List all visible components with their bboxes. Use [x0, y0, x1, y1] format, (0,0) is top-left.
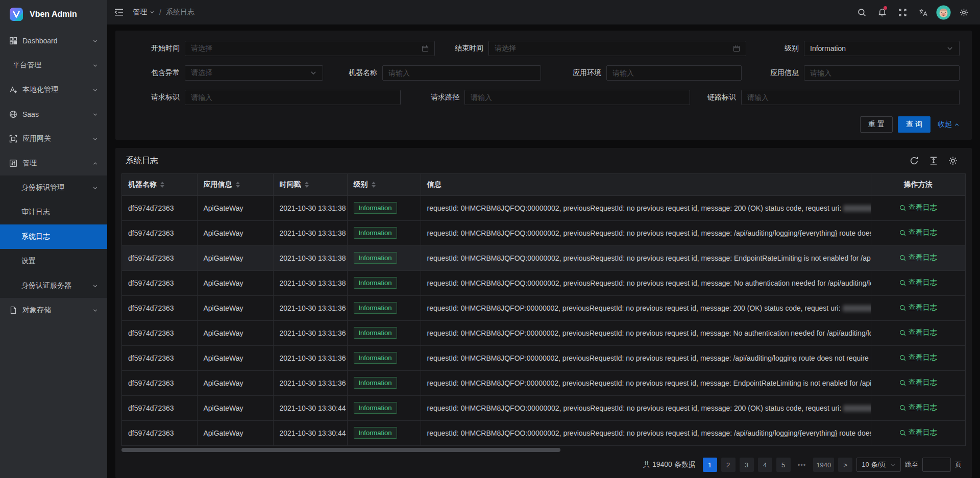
view-log-link[interactable]: 查看日志 — [899, 403, 937, 412]
trace-id-input[interactable] — [747, 93, 953, 102]
table-row[interactable]: df5974d72363ApiGateWay2021-10-30 13:31:3… — [122, 320, 965, 345]
view-log-link[interactable]: 查看日志 — [899, 203, 937, 212]
table-row[interactable]: df5974d72363ApiGateWay2021-10-30 13:31:3… — [122, 295, 965, 320]
filter-row: 请求标识请求路径链路标识 — [128, 90, 960, 105]
pagination-page-1[interactable]: 1 — [703, 458, 717, 472]
table-row[interactable]: df5974d72363ApiGateWay2021-10-30 13:31:3… — [122, 195, 965, 220]
table-row[interactable]: df5974d72363ApiGateWay2021-10-30 13:31:3… — [122, 220, 965, 245]
cell-action: 查看日志 — [871, 320, 965, 345]
jump-to-input[interactable] — [922, 458, 951, 472]
cell-machine: df5974d72363 — [122, 370, 197, 395]
level-select[interactable]: Information — [804, 41, 960, 56]
pagination-page-1940[interactable]: 1940 — [813, 458, 834, 472]
table-row[interactable]: df5974d72363ApiGateWay2021-10-30 13:31:3… — [122, 270, 965, 295]
machine-input[interactable] — [388, 69, 535, 77]
appinfo-input[interactable] — [810, 69, 953, 77]
machine-input[interactable] — [382, 65, 541, 81]
column-header-machine[interactable]: 机器名称 — [122, 174, 197, 195]
trace-id-input[interactable] — [741, 90, 960, 105]
sidebar-item-saas[interactable]: Saas — [0, 102, 107, 127]
sidebar-item-dashboard[interactable]: Dashboard — [0, 29, 107, 53]
redacted-blur — [843, 305, 871, 312]
cell-time: 2021-10-30 13:31:36 — [273, 370, 347, 395]
pagination-page-5[interactable]: 5 — [776, 458, 791, 472]
view-log-link[interactable]: 查看日志 — [899, 378, 937, 387]
request-id-input[interactable] — [185, 90, 401, 105]
env-input[interactable] — [606, 65, 742, 81]
sidebar-item-management[interactable]: 管理 — [0, 151, 107, 175]
sort-icon — [160, 182, 164, 188]
table-row[interactable]: df5974d72363ApiGateWay2021-10-30 13:31:3… — [122, 245, 965, 270]
env-input[interactable] — [612, 69, 736, 77]
table-row[interactable]: df5974d72363ApiGateWay2021-10-30 13:31:3… — [122, 345, 965, 370]
request-path-input[interactable] — [471, 93, 684, 102]
view-log-link[interactable]: 查看日志 — [899, 303, 937, 312]
cell-message: requestId: 0HMCRBM8JQFOQ:00000002, previ… — [421, 270, 871, 295]
cell-machine: df5974d72363 — [122, 295, 197, 320]
menu-fold-icon[interactable] — [114, 8, 124, 16]
view-log-link[interactable]: 查看日志 — [899, 278, 937, 287]
sidebar-item-auth-server[interactable]: 身份认证服务器 — [0, 273, 107, 298]
magnifier-icon — [899, 405, 906, 411]
cell-app: ApiGateWay — [197, 370, 273, 395]
request-path-input[interactable] — [464, 90, 690, 105]
row-height-icon[interactable] — [929, 156, 938, 165]
sidebar-item-localization-mgmt[interactable]: 本地化管理 — [0, 78, 107, 102]
view-log-link[interactable]: 查看日志 — [899, 253, 937, 262]
refresh-icon[interactable] — [910, 156, 919, 165]
sidebar-item-label: 身份认证服务器 — [21, 281, 92, 290]
breadcrumb-item-management[interactable]: 管理 — [133, 8, 155, 17]
level-badge: Information — [354, 277, 397, 289]
cell-time: 2021-10-30 13:31:38 — [273, 245, 347, 270]
sidebar-item-system-logs[interactable]: 系统日志 — [0, 224, 107, 249]
table-row[interactable]: df5974d72363ApiGateWay2021-10-30 13:31:3… — [122, 370, 965, 395]
search-button[interactable]: 查 询 — [898, 116, 930, 133]
exception-select[interactable]: 请选择 — [185, 65, 323, 81]
request-id-input[interactable] — [191, 93, 395, 102]
fullscreen-icon[interactable] — [892, 0, 913, 24]
table-title: 系统日志 — [126, 156, 158, 166]
view-log-label: 查看日志 — [909, 228, 937, 237]
pagination-page-2[interactable]: 2 — [721, 458, 736, 472]
user-avatar[interactable] — [933, 0, 953, 24]
start-time-date[interactable]: 请选择 — [185, 41, 435, 56]
sidebar-item-identity-mgmt[interactable]: 身份标识管理 — [0, 175, 107, 200]
cell-action: 查看日志 — [871, 370, 965, 395]
pagination-page-4[interactable]: 4 — [758, 458, 772, 472]
view-log-link[interactable]: 查看日志 — [899, 428, 937, 437]
message-text: requestId: 0HMCRBM8JQFOP:00000002, previ… — [427, 304, 841, 312]
column-header-app[interactable]: 应用信息 — [197, 174, 273, 195]
cell-level: Information — [347, 220, 421, 245]
notification-icon[interactable] — [872, 0, 892, 24]
cell-machine: df5974d72363 — [122, 395, 197, 420]
appinfo-input[interactable] — [804, 65, 960, 81]
level-badge: Information — [354, 302, 397, 314]
view-log-label: 查看日志 — [909, 203, 937, 212]
view-log-link[interactable]: 查看日志 — [899, 353, 937, 362]
column-header-level[interactable]: 级别 — [347, 174, 421, 195]
page-size-select[interactable]: 10 条/页 — [856, 458, 901, 472]
app-logo[interactable]: Vben Admin — [0, 0, 107, 29]
reset-button[interactable]: 重 置 — [860, 116, 893, 133]
column-header-time[interactable]: 时间戳 — [273, 174, 347, 195]
scrollbar-thumb[interactable] — [121, 448, 560, 452]
table-row[interactable]: df5974d72363ApiGateWay2021-10-30 13:30:4… — [122, 420, 965, 445]
end-time-date[interactable]: 请选择 — [488, 41, 746, 56]
settings-icon[interactable] — [953, 0, 974, 24]
view-log-link[interactable]: 查看日志 — [899, 328, 937, 337]
cell-action: 查看日志 — [871, 195, 965, 220]
sidebar-item-object-storage[interactable]: 对象存储 — [0, 298, 107, 322]
sidebar-item-app-gateway[interactable]: 应用网关 — [0, 127, 107, 151]
collapse-link[interactable]: 收起 — [938, 120, 960, 129]
sidebar-item-platform-mgmt[interactable]: 平台管理 — [0, 53, 107, 78]
caret-up-icon — [160, 182, 164, 184]
column-settings-icon[interactable] — [948, 156, 958, 165]
table-row[interactable]: df5974d72363ApiGateWay2021-10-30 13:30:4… — [122, 395, 965, 420]
sidebar-item-settings[interactable]: 设置 — [0, 249, 107, 273]
view-log-link[interactable]: 查看日志 — [899, 228, 937, 237]
pagination-next-button[interactable]: > — [838, 458, 852, 472]
sidebar-item-audit-logs[interactable]: 审计日志 — [0, 200, 107, 224]
locale-icon[interactable] — [913, 0, 933, 24]
pagination-page-3[interactable]: 3 — [740, 458, 754, 472]
search-icon[interactable] — [851, 0, 872, 24]
